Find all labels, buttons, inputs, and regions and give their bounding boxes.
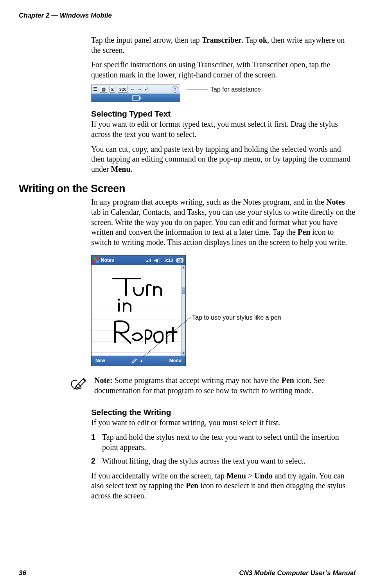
- toolbar-figure: ☰ ▦ a spc ← → ↲ ? Tap for assistance: [91, 85, 356, 102]
- help-icon[interactable]: ?: [172, 86, 178, 93]
- pen-bold: Pen: [298, 228, 310, 236]
- text: If you accidentally write on the screen,…: [91, 471, 226, 480]
- pen-bold: Pen: [186, 481, 198, 490]
- intro-p1: Tap the input panel arrow, then tap Tran…: [91, 35, 356, 55]
- footer: 36 CN3 Mobile Computer User’s Manual: [19, 569, 356, 577]
- body-column: Tap the input panel arrow, then tap Tran…: [91, 35, 356, 501]
- step-number: 2: [91, 456, 97, 466]
- pen-toggle[interactable]: ▲: [131, 358, 143, 363]
- text: .: [131, 165, 133, 173]
- softkey-new[interactable]: New: [95, 358, 105, 363]
- undo-bold: Undo: [254, 471, 273, 480]
- selwriting-p2: If you accidentally write on the screen,…: [91, 471, 356, 501]
- arrow-right-icon: →: [137, 86, 142, 92]
- notes-bold: Notes: [326, 198, 345, 206]
- running-header: Chapter 2 — Windows Mobile: [19, 12, 356, 20]
- text: Some programs that accept writing may no…: [113, 376, 282, 385]
- clock: 3:13: [164, 258, 173, 263]
- notes-titlebar: Notes ◀⋮ 3:13 ok: [92, 255, 185, 265]
- pen-bold: Pen: [282, 376, 294, 385]
- menu-bold: Menu: [226, 471, 246, 480]
- heading-selecting-typed-text: Selecting Typed Text: [91, 109, 356, 119]
- callout-label: Tap for assistance: [210, 86, 261, 93]
- menu-bold: Menu: [111, 165, 131, 173]
- pen-callout-label: Tap to use your stylus like a pen: [192, 314, 281, 321]
- signal-icon: [146, 258, 151, 262]
- heading-selecting-writing: Selecting the Writing: [91, 408, 356, 417]
- text: In any program that accepts writing, suc…: [91, 198, 326, 206]
- step-2: 2 Without lifting, drag the stylus acros…: [91, 456, 356, 466]
- scroll-up-icon[interactable]: ▲: [181, 265, 185, 270]
- spc-key: spc: [118, 86, 128, 93]
- note-icon: [70, 376, 87, 400]
- letter-a: a: [110, 86, 115, 93]
- toolbar-row-bottom: [92, 94, 180, 102]
- text: Tap the input panel arrow, then tap: [91, 36, 202, 44]
- text: . Tap: [242, 36, 259, 44]
- toolbar-callout: Tap for assistance: [187, 86, 261, 93]
- heading-writing-on-screen: Writing on the Screen: [19, 183, 356, 195]
- ok-bold: ok: [259, 36, 267, 44]
- list-icon: ☰: [93, 86, 97, 92]
- enter-icon: ↲: [144, 86, 148, 92]
- note-text: Note: Some programs that accept writing …: [94, 376, 356, 396]
- toolbar-row-top: ☰ ▦ a spc ← → ↲ ?: [92, 85, 180, 94]
- pen-icon: [131, 358, 138, 363]
- steps-list: 1 Tap and hold the stylus next to the te…: [91, 432, 356, 466]
- page-number: 36: [19, 569, 26, 577]
- step-number: 1: [91, 432, 97, 452]
- transcriber-toolbar: ☰ ▦ a spc ← → ↲ ?: [91, 85, 180, 102]
- step-text: Without lifting, drag the stylus across …: [102, 456, 305, 466]
- note-block: Note: Some programs that accept writing …: [70, 376, 356, 400]
- scroll-thumb[interactable]: [182, 288, 185, 294]
- speaker-icon: ◀⋮: [154, 257, 162, 263]
- notes-title-text: Notes: [101, 257, 114, 263]
- grid-icon: ▦: [100, 86, 107, 93]
- transcriber-bold: Transcriber: [202, 36, 242, 44]
- text: >: [246, 471, 254, 480]
- svg-line-0: [143, 317, 190, 357]
- page: Chapter 2 — Windows Mobile Tap the input…: [0, 0, 379, 588]
- selwriting-p1: If you want to edit or format writing, y…: [91, 418, 356, 428]
- ok-button[interactable]: ok: [176, 258, 183, 263]
- step-1: 1 Tap and hold the stylus next to the te…: [91, 432, 356, 452]
- typed-p1: If you want to edit or format typed text…: [91, 119, 356, 139]
- notes-figure-row: Notes ◀⋮ 3:13 ok ▲: [91, 252, 356, 370]
- windows-flag-icon: [93, 257, 99, 263]
- callout-line: [187, 90, 208, 90]
- keyboard-icon[interactable]: [132, 95, 140, 101]
- manual-title: CN3 Mobile Computer User’s Manual: [239, 569, 356, 577]
- writing-p1: In any program that accepts writing, suc…: [91, 197, 356, 247]
- arrow-left-icon: ←: [130, 86, 135, 92]
- typed-p2: You can cut, copy, and paste text by tap…: [91, 144, 356, 174]
- step-text: Tap and hold the stylus next to the text…: [102, 432, 356, 452]
- note-label: Note:: [94, 376, 113, 385]
- intro-p2: For specific instructions on using Trans…: [91, 60, 356, 80]
- pen-callout: Tap to use your stylus like a pen: [186, 316, 342, 356]
